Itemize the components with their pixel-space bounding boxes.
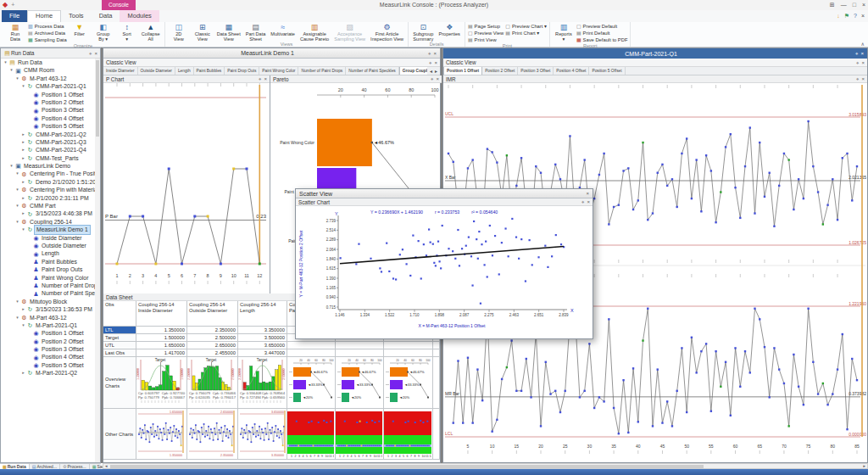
horizontal-scrollbar[interactable]: ◄ ► xyxy=(103,463,868,469)
position-tab-position-5-offset[interactable]: Position 5 Offset xyxy=(589,67,625,75)
tree-item-2-1-2020-2-31-11-pm[interactable]: ▸↻2/1/2020 2:31:11 PM xyxy=(1,194,95,202)
tree-expander-icon[interactable]: ▾ xyxy=(20,321,26,329)
close-icon[interactable]: × xyxy=(434,59,437,66)
tree-expander-icon[interactable]: ▾ xyxy=(14,75,20,82)
cell-ltl-3[interactable]: 3.350000 xyxy=(238,327,287,334)
other-zone-chart-2[interactable]: 123456789101112 xyxy=(336,409,384,460)
ribbon-run-data-button[interactable]: ▦Run Data xyxy=(4,23,26,42)
tree-expander-icon[interactable]: ▸ xyxy=(20,369,26,377)
tree-scrollbar-thumb[interactable] xyxy=(96,60,99,137)
feature-tab-paint-bubbles[interactable]: Paint Bubbles xyxy=(194,67,225,75)
ribbon-display-icon[interactable]: ⊞ xyxy=(830,0,835,10)
tree-expander-icon[interactable]: ▸ xyxy=(20,154,26,162)
feature-tab-paint-wrong-color[interactable]: Paint Wrong Color xyxy=(259,67,298,75)
close-icon[interactable]: × xyxy=(586,190,589,197)
ribbon-acceptance-sampling-view-button[interactable]: ▨Acceptance Sampling View xyxy=(332,23,367,42)
tree-item-length[interactable]: ◉Length xyxy=(1,249,95,257)
tree-item-position-1-offset[interactable]: ◉Position 1 Offset xyxy=(1,91,95,98)
column-header-coupling-256-14-inside-diameter[interactable]: Coupling 256-14 Inside Diameter xyxy=(136,301,187,327)
ribbon-tab-tools[interactable]: Tools xyxy=(61,10,92,22)
tree-item-position-4-offset[interactable]: ◉Position 4 Offset xyxy=(1,353,95,360)
overview-histogram-3[interactable]: Target3.3500003.650000Cp: 0.556408Cpk: 0… xyxy=(238,357,287,409)
position-tab-position-4-offset[interactable]: Position 4 Offset xyxy=(554,67,589,75)
ribbon-page-setup-button[interactable]: ▤Page Setup xyxy=(468,24,504,30)
ribbon-sampling-data-button[interactable]: ▦Sampling Data xyxy=(28,37,67,43)
tree-expander-icon[interactable]: ▸ xyxy=(20,131,26,138)
ribbon-subgroup-summary-button[interactable]: ⊡Subgroup Summary xyxy=(411,23,435,42)
tree-item-m-part-2021-q2[interactable]: ▸↻M-Part-2021-Q2 xyxy=(1,369,95,377)
cell-target-3[interactable]: 3.500000 xyxy=(238,334,287,342)
scatter-chart[interactable]: 2.7392.5142.2892.0641.8401.6151.3901.165… xyxy=(296,207,593,338)
tree-expander-icon[interactable]: ▾ xyxy=(20,82,26,90)
cell-last-obs-5[interactable] xyxy=(336,349,384,357)
ribbon-reports-button[interactable]: ▥Reports ▾ xyxy=(553,23,575,42)
overview-pareto-2[interactable]: 20406080100◄46.67%◄33.33%◄20% xyxy=(336,357,384,409)
row-label-ltl[interactable]: LTL xyxy=(103,327,136,334)
close-icon[interactable]: × xyxy=(264,75,267,82)
pin-icon[interactable]: ⌖ xyxy=(855,50,858,57)
tree-expander-icon[interactable]: ▾ xyxy=(14,314,20,321)
ribbon-process-data-button[interactable]: ▥Process Data xyxy=(28,24,67,30)
ribbon-properties-button[interactable]: ❖Properties xyxy=(437,23,462,36)
tree-item-run-data[interactable]: ▾▤Run Data xyxy=(1,59,95,66)
tree-item-position-2-offset[interactable]: ◉Position 2 Offset xyxy=(1,98,95,106)
close-view-icon[interactable]: × xyxy=(861,11,865,21)
other-run-chart-2[interactable]: 2.6500002.350000 xyxy=(187,409,238,460)
tree-item-inside-diameter[interactable]: ◉Inside Diameter xyxy=(1,234,95,242)
close-icon[interactable]: × xyxy=(860,50,864,57)
row-label-overview-charts[interactable]: Overview Charts xyxy=(103,357,136,409)
ribbon-preview-default-button[interactable]: ▢Preview Default xyxy=(576,24,628,30)
quick-access-customize-icon[interactable]: + xyxy=(11,0,14,10)
tree-expander-icon[interactable]: ▾ xyxy=(14,298,20,305)
close-icon[interactable]: × xyxy=(436,75,439,82)
tree-expander-icon[interactable]: ▾ xyxy=(14,170,20,177)
feature-tab-length[interactable]: Length xyxy=(175,67,194,75)
overview-histogram-2[interactable]: Target2.3500002.650000Cp: 0.756079Cpk: 0… xyxy=(187,357,238,409)
tree-item-mitutoyo-block[interactable]: ▾⚙Mitutoyo Block xyxy=(1,298,95,305)
close-icon[interactable]: × xyxy=(861,75,865,82)
ribbon-2d-view-button[interactable]: ◫2D View xyxy=(168,23,190,42)
cell-utl-5[interactable] xyxy=(336,342,384,349)
tree-expander-icon[interactable]: ▾ xyxy=(14,218,20,226)
tree-item-paint-bubbles[interactable]: ♟Paint Bubbles xyxy=(1,258,95,265)
tree-item-measurlink-demo-1[interactable]: ▾↻MeasurLink Demo 1 xyxy=(1,226,95,233)
ribbon-print-view-button[interactable]: ▤Print View xyxy=(468,37,504,43)
cell-last-obs-1[interactable]: 1.417000 xyxy=(136,349,187,357)
help-icon[interactable]: ? xyxy=(854,11,857,21)
tree-item-centering-pin-with-material-condition[interactable]: ▾⚙Centering Pin with Material Condition xyxy=(1,186,95,193)
tree-item-paint-drop-outs[interactable]: ♟Paint Drop Outs xyxy=(1,265,95,273)
left-window-titlebar[interactable]: MeasurLink Demo 1 ⌖× xyxy=(103,48,440,59)
ribbon-print-default-button[interactable]: ▤Print Default xyxy=(576,31,628,36)
other-zone-chart-1[interactable]: 123456789101112 xyxy=(287,409,336,460)
feature-tab-number-of-paint-speckles[interactable]: Number of Paint Speckles xyxy=(346,67,398,75)
minimize-button[interactable]: — xyxy=(841,0,847,10)
tree-item-centering-pin-true-position[interactable]: ▾⚙Centering Pin - True Position xyxy=(1,170,95,177)
tree-item-position-4-offset[interactable]: ◉Position 4 Offset xyxy=(1,115,95,122)
pin-icon[interactable]: ⌖ xyxy=(259,75,261,82)
cell-last-obs-6[interactable] xyxy=(384,349,433,357)
ribbon-part-data-sheet-button[interactable]: ▤Part Data Sheet xyxy=(244,23,268,42)
pin-icon[interactable]: ⌖ xyxy=(431,75,433,82)
tab-scroll-right-icon[interactable]: ► xyxy=(434,69,438,74)
tree-item-measurlink-demo[interactable]: ▾▣MeasurLink Demo xyxy=(1,162,95,170)
pin-icon[interactable]: ⌖ xyxy=(428,50,431,57)
ribbon-sort-button[interactable]: ↕Sort ▾ xyxy=(116,23,138,42)
tree-expander-icon[interactable]: ▾ xyxy=(14,186,20,193)
pin-icon[interactable]: ⌖ xyxy=(89,50,92,57)
close-icon[interactable]: × xyxy=(433,50,437,57)
position-tab-position-1-offset[interactable]: Position 1 Offset xyxy=(443,67,482,75)
collapse-ribbon-icon[interactable]: ∧ xyxy=(861,41,865,47)
column-header-coupling-256-14-length[interactable]: Coupling 256-14 Length xyxy=(238,301,287,327)
overview-histogram-1[interactable]: Target1.3500001.650000Cp: 0.603797Cpk: 0… xyxy=(136,357,187,409)
feature-tab-inside-diameter[interactable]: Inside Diameter xyxy=(103,67,138,75)
ribbon-archived-data-button[interactable]: ▤Archived Data xyxy=(28,31,67,36)
p-chart[interactable]: P Bar0.23123456789101112 xyxy=(103,83,270,293)
tree-item-cmm-test-parts[interactable]: ▸↻CMM-Test_Parts xyxy=(1,154,95,162)
tree-expander-icon[interactable]: ▸ xyxy=(20,194,26,202)
feature-tab-number-of-paint-drops[interactable]: Number of Paint Drops xyxy=(298,67,346,75)
ribbon-filter-button[interactable]: ▼Filter xyxy=(69,23,91,36)
maximize-button[interactable]: □ xyxy=(853,0,856,10)
cell-utl-2[interactable]: 2.650000 xyxy=(187,342,238,349)
tree-item-m-part-463-12[interactable]: ▾⚙M-Part 463-12 xyxy=(1,75,95,82)
ribbon-data-sheet-view-button[interactable]: ▦Data Sheet View xyxy=(215,23,242,42)
